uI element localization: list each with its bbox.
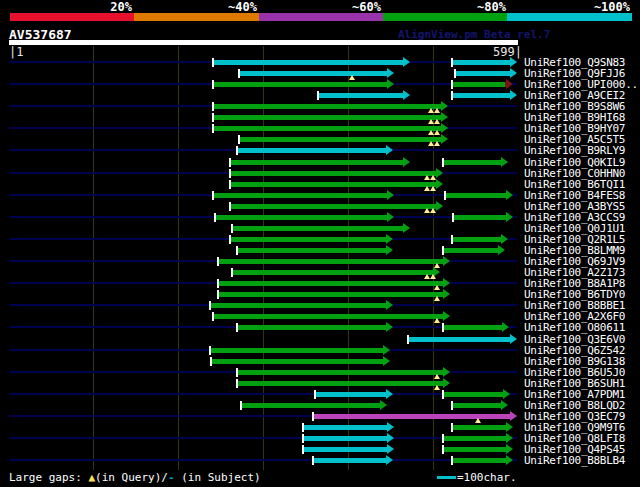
segment-start-tick [442,445,444,454]
alignment-segment[interactable] [213,115,442,120]
segment-start-tick [231,224,233,233]
alignment-segment[interactable] [213,104,442,109]
alignment-segment[interactable] [237,370,444,375]
alignment-segment[interactable] [315,392,387,397]
segment-arrowhead-icon [386,245,393,255]
alignment-segment[interactable] [230,237,387,242]
alignment-segment[interactable] [408,337,511,342]
alignment-segment[interactable] [453,215,507,220]
segment-start-tick [442,323,444,332]
segment-arrowhead-icon [380,400,387,410]
segment-arrowhead-icon [506,190,513,200]
alignment-segment[interactable] [443,436,507,441]
alignment-segment[interactable] [230,160,404,165]
segment-arrowhead-icon [441,123,448,133]
alignment-segment[interactable] [210,303,387,308]
alignment-segment[interactable] [313,458,387,463]
alignment-segment[interactable] [303,436,388,441]
alignment-segment[interactable] [445,193,507,198]
alignment-segment[interactable] [241,403,381,408]
alignment-segment[interactable] [213,60,404,65]
segment-arrowhead-icon [506,422,513,432]
alignment-segment[interactable] [237,248,387,253]
segment-start-tick [236,379,238,388]
subject-label[interactable]: UniRef100_O80611 [524,322,625,333]
alignment-segment[interactable] [218,292,444,297]
segment-start-tick [236,368,238,377]
ruler-gridline [178,46,179,470]
segment-start-tick [451,456,453,465]
alignment-segment[interactable] [452,237,502,242]
query-extent-line [9,393,517,395]
segment-arrowhead-icon [441,112,448,122]
alignment-segment[interactable] [237,381,444,386]
alignment-segment[interactable] [232,226,404,231]
alignment-segment[interactable] [313,414,511,419]
alignment-segment[interactable] [230,182,437,187]
alignment-segment[interactable] [318,93,404,98]
segment-arrowhead-icon [501,234,508,244]
segment-arrowhead-icon [436,168,443,178]
alignment-segment[interactable] [303,447,388,452]
alignment-segment[interactable] [210,348,384,353]
alignment-segment[interactable] [452,82,505,87]
alignment-segment[interactable] [213,193,388,198]
alignment-segment[interactable] [455,71,511,76]
alignment-segment[interactable] [237,148,387,153]
alignment-segment[interactable] [239,137,442,142]
alignment-segment[interactable] [452,60,511,65]
segment-start-tick [212,80,214,89]
alignment-segment[interactable] [211,359,384,364]
alignment-segment[interactable] [230,204,437,209]
segment-start-tick [229,158,231,167]
segment-arrowhead-icon [403,57,410,67]
alignment-segment[interactable] [452,93,511,98]
subject-label[interactable]: UniRef100_B8BLB4 [524,455,625,466]
query-gap-icon [430,186,436,191]
alignment-segment[interactable] [239,71,388,76]
query-gap-icon [434,108,440,113]
alignment-segment[interactable] [218,281,444,286]
segment-start-tick [212,58,214,67]
alignment-segment[interactable] [452,403,502,408]
alignment-segment[interactable] [218,259,444,264]
alignment-segment[interactable] [213,126,442,131]
segment-arrowhead-icon [443,378,450,388]
segment-start-tick [212,312,214,321]
segment-arrowhead-icon [436,201,443,211]
segment-start-tick [454,69,456,78]
query-extent-line [9,437,517,439]
segment-arrowhead-icon [506,212,513,222]
alignment-segment[interactable] [213,82,388,87]
alignment-segment[interactable] [443,325,503,330]
segment-start-tick [229,180,231,189]
alignment-segment[interactable] [303,425,388,430]
query-gap-icon [475,418,481,423]
alignment-segment[interactable] [452,458,507,463]
segment-arrowhead-icon [503,389,510,399]
subject-label[interactable]: UniRef100_B9RLY9 [524,145,625,156]
alignment-segment[interactable] [443,248,499,253]
segment-arrowhead-icon [506,433,513,443]
segment-arrowhead-icon [387,433,394,443]
alignment-segment[interactable] [452,425,507,430]
query-gap-icon [434,141,440,146]
segment-arrowhead-icon [506,455,513,465]
alignment-segment[interactable] [215,215,388,220]
segment-start-tick [442,158,444,167]
segment-start-tick [210,357,212,366]
alignview-screen: 20% ~40% ~60% ~80% ~100% AV537687 AlignV… [0,0,640,487]
alignment-segment[interactable] [443,160,502,165]
segment-arrowhead-icon [443,289,450,299]
alignment-segment[interactable] [213,314,444,319]
segment-arrowhead-icon [498,245,505,255]
segment-arrowhead-icon [386,322,393,332]
alignment-segment[interactable] [232,270,434,275]
alignment-segment[interactable] [443,392,504,397]
segment-start-tick [451,235,453,244]
alignment-segment[interactable] [230,171,437,176]
alignment-segment[interactable] [237,325,387,330]
segment-start-tick [302,445,304,454]
alignment-segment[interactable] [443,447,507,452]
segment-start-tick [229,235,231,244]
